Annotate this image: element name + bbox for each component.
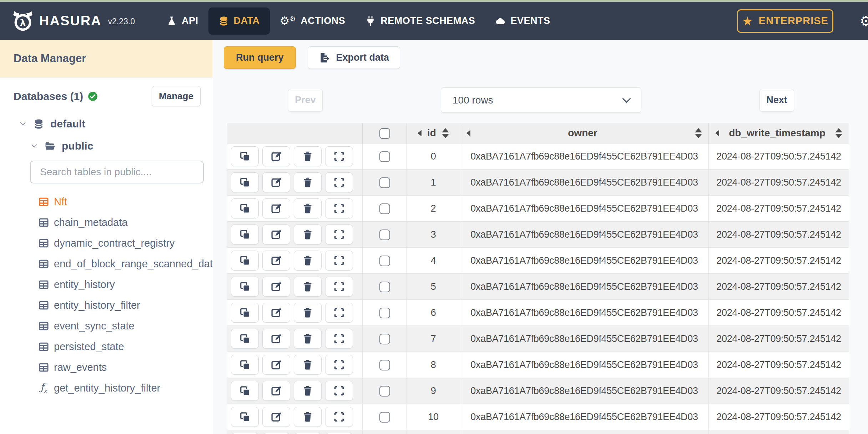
- copy-row-button[interactable]: [231, 198, 259, 218]
- row-checkbox[interactable]: [379, 256, 390, 266]
- delete-row-button[interactable]: [294, 198, 322, 218]
- expand-row-button[interactable]: [325, 303, 353, 323]
- table-label: entity_history: [54, 279, 115, 291]
- copy-row-button[interactable]: [231, 251, 259, 271]
- sort-icon[interactable]: [442, 128, 449, 138]
- sidebar-table-chain_metadata[interactable]: chain_metadata: [0, 212, 213, 233]
- expand-row-button[interactable]: [325, 329, 353, 349]
- tree-node-schema[interactable]: public: [0, 135, 213, 157]
- copy-row-button[interactable]: [231, 303, 259, 323]
- tree-node-database[interactable]: default: [0, 113, 213, 135]
- edit-row-button[interactable]: [262, 146, 290, 166]
- copy-row-button[interactable]: [231, 172, 259, 192]
- copy-icon: [239, 151, 250, 162]
- copy-row-button[interactable]: [231, 329, 259, 349]
- expand-row-button[interactable]: [325, 172, 353, 192]
- cell-id: 0: [407, 143, 460, 170]
- sidebar-table-Nft[interactable]: Nft: [0, 191, 213, 212]
- copy-row-button[interactable]: [231, 381, 259, 401]
- edit-row-button[interactable]: [262, 277, 290, 297]
- edit-row-button[interactable]: [262, 303, 290, 323]
- row-checkbox[interactable]: [379, 177, 390, 188]
- edit-row-button[interactable]: [262, 172, 290, 192]
- manage-button[interactable]: Manage: [152, 86, 201, 106]
- delete-row-button[interactable]: [294, 329, 322, 349]
- row-checkbox[interactable]: [379, 334, 390, 344]
- nav-item-actions[interactable]: ⚙⚙ ACTIONS: [270, 7, 355, 35]
- column-header-id[interactable]: id: [407, 123, 460, 143]
- copy-row-button[interactable]: [231, 277, 259, 297]
- export-data-button[interactable]: Export data: [308, 46, 400, 69]
- row-checkbox[interactable]: [379, 412, 390, 423]
- copy-row-button[interactable]: [231, 146, 259, 166]
- expand-row-button[interactable]: [325, 146, 353, 166]
- brand[interactable]: λ HASURA v2.23.0: [12, 10, 135, 32]
- search-tables-input[interactable]: [30, 161, 204, 183]
- nav-item-api[interactable]: API: [156, 7, 208, 35]
- sidebar-table-end_of_block_range_scanned_data[interactable]: end_of_block_range_scanned_data: [0, 253, 213, 274]
- expand-row-button[interactable]: [325, 381, 353, 401]
- column-header-owner[interactable]: owner: [460, 123, 709, 143]
- column-header-db-write-timestamp[interactable]: db_write_timestamp: [709, 123, 849, 143]
- sort-icon[interactable]: [695, 128, 702, 138]
- edit-row-button[interactable]: [262, 381, 290, 401]
- collapse-column-icon[interactable]: [418, 130, 422, 136]
- delete-row-button[interactable]: [294, 251, 322, 271]
- copy-row-button[interactable]: [231, 407, 259, 427]
- row-checkbox[interactable]: [379, 360, 390, 370]
- expand-row-button[interactable]: [325, 198, 353, 218]
- collapse-column-icon[interactable]: [715, 130, 719, 136]
- row-checkbox[interactable]: [379, 308, 390, 318]
- copy-row-button[interactable]: [231, 355, 259, 375]
- delete-row-button[interactable]: [294, 381, 322, 401]
- edit-row-button[interactable]: [262, 407, 290, 427]
- sidebar-table-persisted_state[interactable]: persisted_state: [0, 336, 213, 357]
- delete-row-button[interactable]: [294, 277, 322, 297]
- cell-owner: 0xaBA7161A7fb69c88e16ED9f455CE62B791EE4D…: [460, 378, 709, 404]
- sort-icon[interactable]: [835, 128, 842, 138]
- row-checkbox[interactable]: [379, 282, 390, 292]
- row-checkbox[interactable]: [379, 229, 390, 240]
- delete-row-button[interactable]: [294, 146, 322, 166]
- collapse-column-icon[interactable]: [466, 130, 470, 136]
- enterprise-button[interactable]: ★ ENTERPRISE: [737, 9, 833, 33]
- row-checkbox[interactable]: [379, 386, 390, 397]
- expand-row-button[interactable]: [325, 355, 353, 375]
- expand-row-button[interactable]: [325, 224, 353, 244]
- nav-item-events[interactable]: EVENTS: [485, 7, 560, 35]
- table-row: 40xaBA7161A7fb69c88e16ED9f455CE62B791EE4…: [227, 248, 849, 274]
- copy-row-button[interactable]: [231, 224, 259, 244]
- delete-row-button[interactable]: [294, 224, 322, 244]
- expand-row-button[interactable]: [325, 251, 353, 271]
- cell-db-write-timestamp: [709, 430, 849, 434]
- run-query-button[interactable]: Run query: [224, 46, 296, 69]
- edit-row-button[interactable]: [262, 251, 290, 271]
- edit-row-button[interactable]: [262, 224, 290, 244]
- delete-row-button[interactable]: [294, 303, 322, 323]
- sidebar-table-event_sync_state[interactable]: event_sync_state: [0, 316, 213, 336]
- settings-gear-icon[interactable]: ⚙: [859, 14, 868, 28]
- edit-row-button[interactable]: [262, 198, 290, 218]
- expand-row-button[interactable]: [325, 407, 353, 427]
- sidebar-table-dynamic_contract_registry[interactable]: dynamic_contract_registry: [0, 233, 213, 253]
- delete-row-button[interactable]: [294, 172, 322, 192]
- edit-row-button[interactable]: [262, 355, 290, 375]
- delete-row-button[interactable]: [294, 355, 322, 375]
- sidebar-table-entity_history_filter[interactable]: entity_history_filter: [0, 295, 213, 316]
- select-all-checkbox[interactable]: [379, 128, 390, 139]
- sidebar-table-entity_history[interactable]: entity_history: [0, 274, 213, 295]
- delete-row-button[interactable]: [294, 407, 322, 427]
- nav-item-data[interactable]: DATA: [208, 7, 270, 35]
- nav-item-remote-schemas[interactable]: REMOTE SCHEMAS: [355, 7, 485, 35]
- expand-row-button[interactable]: [325, 277, 353, 297]
- prev-page-button[interactable]: Prev: [288, 89, 323, 112]
- next-page-button[interactable]: Next: [760, 89, 794, 112]
- edit-icon: [271, 333, 282, 344]
- page-size-select[interactable]: 100 rows: [441, 87, 641, 113]
- row-checkbox[interactable]: [379, 151, 390, 162]
- sidebar-function-get_entity_history_filter[interactable]: ƒxget_entity_history_filter: [0, 378, 213, 398]
- edit-row-button[interactable]: [262, 329, 290, 349]
- sidebar-table-raw_events[interactable]: raw_events: [0, 357, 213, 378]
- row-checkbox[interactable]: [379, 203, 390, 214]
- table-row: 80xaBA7161A7fb69c88e16ED9f455CE62B791EE4…: [227, 352, 849, 378]
